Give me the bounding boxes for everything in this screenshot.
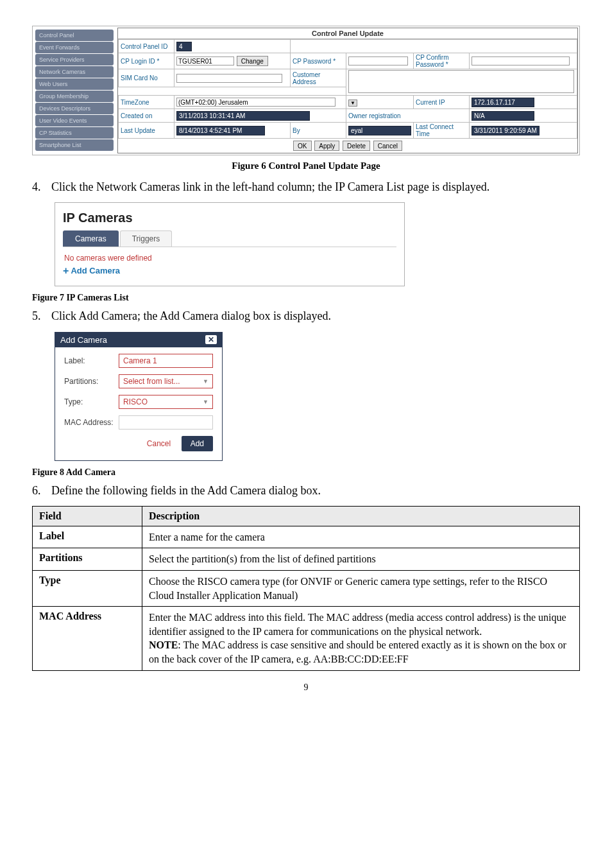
mac-label: MAC Address: — [64, 418, 119, 427]
table-cell: Label — [33, 526, 142, 548]
control-panel-id-value: 4 — [176, 42, 192, 51]
cpu-form-table: Control Panel ID 4 CP Login ID * Change … — [118, 39, 577, 139]
dialog-title: Add Camera — [60, 335, 107, 345]
field-label: SIM Card No — [119, 69, 174, 87]
sidebar-item[interactable]: Smartphone List — [35, 139, 114, 151]
field-label: Owner registration — [346, 109, 469, 123]
ip-cameras-screenshot: IP Cameras Cameras Triggers No cameras w… — [55, 202, 405, 286]
current-ip-value: 172.16.17.117 — [472, 98, 534, 107]
field-label: Last Update — [119, 123, 174, 139]
sim-input[interactable] — [176, 74, 282, 83]
chevron-down-icon: ▼ — [203, 378, 208, 385]
figure7-caption: Figure 7 IP Cameras List — [32, 293, 580, 303]
cpu-title: Control Panel Update — [118, 28, 577, 39]
fields-table: Field Description Label Enter a name for… — [32, 506, 580, 671]
field-label: Current IP — [413, 96, 469, 109]
change-button[interactable]: Change — [237, 56, 268, 66]
partitions-select[interactable]: Select from list...▼ — [119, 374, 213, 388]
mac-input[interactable] — [119, 415, 213, 430]
step-number: 6. — [32, 483, 51, 498]
step-text: Click Add Camera; the Add Camera dialog … — [51, 308, 580, 324]
tab-triggers[interactable]: Triggers — [120, 230, 173, 247]
sidebar-item[interactable]: Web Users — [35, 78, 114, 90]
type-select[interactable]: RISCO▼ — [119, 395, 213, 409]
field-label: Control Panel ID — [119, 40, 174, 53]
label-input[interactable]: Camera 1 — [119, 354, 213, 368]
th-desc: Description — [142, 506, 580, 526]
step-text: Click the Network Cameras link in the le… — [51, 179, 580, 195]
field-label: Created on — [119, 109, 174, 123]
field-label: CP Confirm Password * — [413, 53, 469, 69]
cpu-sidebar: Control Panel Event Forwards Service Pro… — [33, 26, 116, 155]
step-number: 4. — [32, 179, 51, 195]
sidebar-item[interactable]: Devices Descriptors — [35, 103, 114, 114]
delete-button[interactable]: Delete — [343, 141, 370, 151]
sidebar-item[interactable]: Service Providers — [35, 54, 114, 65]
no-cameras-text: No cameras were defined — [64, 254, 395, 263]
figure6-caption: Figure 6 Control Panel Update Page — [32, 161, 580, 171]
plus-icon: + — [63, 265, 69, 276]
cancel-button[interactable]: Cancel — [143, 438, 174, 449]
sidebar-item[interactable]: Control Panel — [35, 30, 114, 41]
chevron-down-icon: ▼ — [203, 399, 208, 405]
created-on-value: 3/11/2013 10:31:41 AM — [176, 111, 310, 121]
table-cell: Partitions — [33, 548, 142, 571]
control-panel-update-screenshot: Control Panel Event Forwards Service Pro… — [32, 26, 580, 155]
by-value: eyal — [348, 126, 411, 135]
table-cell: Select the partition(s) from the list of… — [142, 548, 580, 571]
add-camera-dialog: Add Camera ✕ Label: Camera 1 Partitions:… — [55, 332, 223, 461]
field-label: Customer Address — [290, 69, 346, 87]
ok-button[interactable]: OK — [293, 141, 311, 151]
ipc-title: IP Cameras — [63, 211, 396, 225]
add-camera-link[interactable]: + Add Camera — [63, 265, 396, 277]
sidebar-item[interactable]: User Video Events — [35, 115, 114, 126]
apply-button[interactable]: Apply — [314, 141, 339, 151]
cp-password-input[interactable] — [348, 56, 408, 65]
page-number: 9 — [32, 682, 580, 693]
label-label: Label: — [64, 356, 119, 365]
step-number: 5. — [32, 308, 51, 324]
figure8-caption: Figure 8 Add Camera — [32, 467, 580, 478]
cancel-button[interactable]: Cancel — [373, 141, 402, 151]
step-text: Define the following fields in the Add C… — [51, 483, 580, 498]
cp-login-input[interactable] — [176, 56, 234, 65]
table-cell: Choose the RISCO camera type (for ONVIF … — [142, 571, 580, 607]
add-button[interactable]: Add — [182, 436, 213, 451]
cp-confirm-input[interactable] — [472, 56, 570, 65]
type-label: Type: — [64, 397, 119, 406]
table-cell: MAC Address — [33, 607, 142, 670]
timezone-input[interactable] — [176, 98, 336, 107]
table-cell: Enter a name for the camera — [142, 526, 580, 548]
sidebar-item[interactable]: Network Cameras — [35, 66, 114, 78]
last-connect-value: 3/31/2011 9:20:59 AM — [472, 126, 540, 135]
dropdown-icon[interactable]: ▼ — [348, 100, 357, 107]
th-field: Field — [33, 506, 142, 526]
last-update-value: 8/14/2013 4:52:41 PM — [176, 126, 265, 135]
customer-address-input[interactable] — [348, 70, 574, 93]
field-label: CP Password * — [290, 53, 346, 69]
table-cell: Enter the MAC address into this field. T… — [142, 607, 580, 670]
partitions-label: Partitions: — [64, 377, 119, 386]
close-icon[interactable]: ✕ — [205, 335, 217, 344]
sidebar-item[interactable]: Group Membership — [35, 91, 114, 102]
na-value: N/A — [472, 111, 534, 121]
tab-cameras[interactable]: Cameras — [63, 230, 119, 247]
table-cell: Type — [33, 571, 142, 607]
sidebar-item[interactable]: CP Statistics — [35, 127, 114, 139]
field-label: By — [290, 123, 346, 139]
field-label: CP Login ID * — [119, 53, 174, 69]
field-label: Last Connect Time — [413, 123, 469, 139]
sidebar-item[interactable]: Event Forwards — [35, 42, 114, 53]
field-label: TimeZone — [119, 96, 174, 109]
